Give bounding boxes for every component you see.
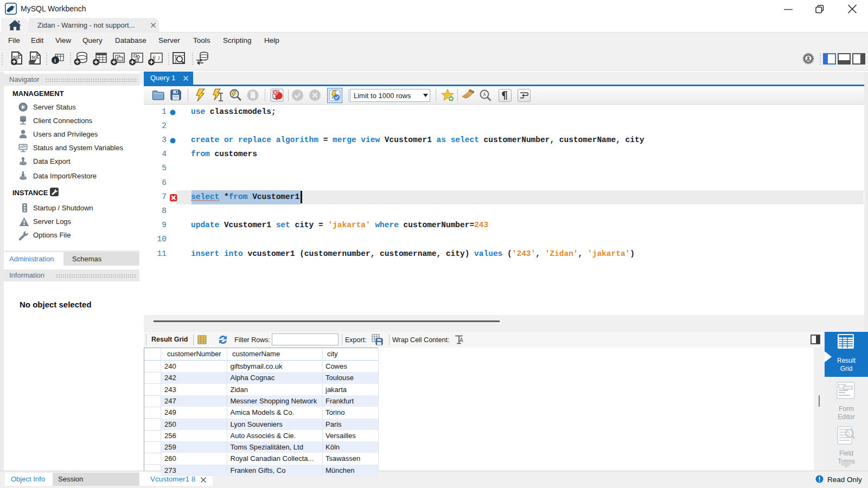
svg-text:i: i	[54, 57, 56, 63]
svg-text:A: A	[459, 337, 463, 343]
svg-text:SQL: SQL	[31, 55, 40, 60]
